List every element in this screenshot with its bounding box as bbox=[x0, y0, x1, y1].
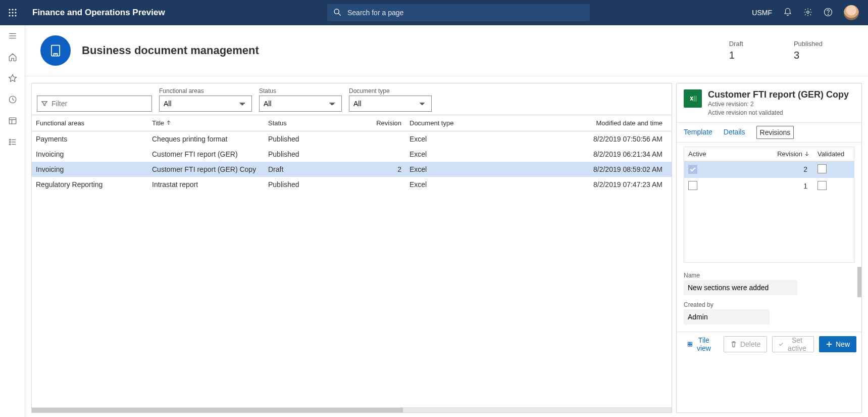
svg-point-11 bbox=[807, 11, 809, 13]
svg-point-1 bbox=[12, 9, 13, 10]
svg-point-6 bbox=[9, 15, 10, 16]
topbar-right: USMF bbox=[752, 5, 868, 20]
svg-point-8 bbox=[15, 15, 16, 16]
help-icon[interactable] bbox=[824, 8, 833, 18]
user-avatar[interactable] bbox=[844, 5, 859, 20]
svg-line-10 bbox=[338, 13, 341, 16]
svg-point-3 bbox=[9, 12, 10, 13]
svg-point-2 bbox=[15, 9, 16, 10]
app-launcher[interactable] bbox=[0, 0, 25, 25]
notifications-icon[interactable] bbox=[783, 8, 792, 18]
svg-point-0 bbox=[9, 9, 10, 10]
search-wrap bbox=[327, 4, 590, 21]
topbar: Finance and Operations Preview USMF bbox=[0, 0, 868, 25]
gear-icon[interactable] bbox=[803, 8, 812, 18]
svg-point-9 bbox=[334, 9, 339, 14]
svg-point-7 bbox=[12, 15, 13, 16]
svg-point-13 bbox=[828, 14, 828, 14]
app-title: Finance and Operations Preview bbox=[25, 8, 165, 18]
svg-point-4 bbox=[12, 12, 13, 13]
search-icon bbox=[333, 8, 341, 18]
svg-point-5 bbox=[15, 12, 16, 13]
entity-picker[interactable]: USMF bbox=[752, 9, 772, 17]
search-input[interactable] bbox=[327, 4, 590, 21]
